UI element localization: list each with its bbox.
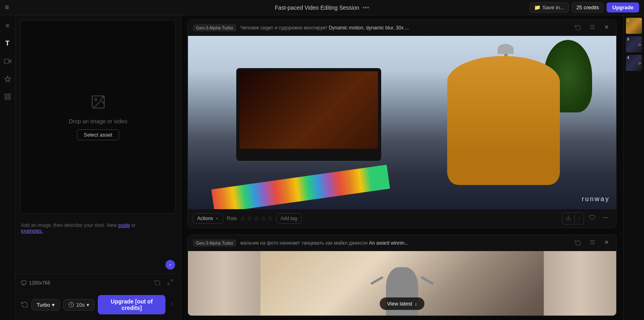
duration-label: 10s	[76, 302, 85, 308]
star-5[interactable]: ☆	[268, 215, 273, 222]
project-menu-dots[interactable]: •••	[363, 4, 369, 11]
svg-rect-1	[5, 94, 7, 96]
video-preview-1: runway	[188, 36, 616, 209]
star-3[interactable]: ☆	[254, 215, 259, 222]
svg-rect-3	[5, 98, 7, 100]
upgrade-button[interactable]: Upgrade	[607, 2, 639, 12]
download-group-1	[562, 212, 584, 224]
star-4[interactable]: ☆	[261, 215, 266, 222]
svg-point-24	[604, 217, 604, 218]
left-panel: Drop an image or video Select asset Add …	[15, 15, 181, 320]
star-1[interactable]: ☆	[240, 215, 246, 222]
regenerate-button-1[interactable]	[573, 23, 583, 33]
prompt-hint-text: Add an image, then describe your shot. V…	[21, 222, 175, 234]
resolution-value: 1280x768	[29, 280, 50, 286]
list-options-button-2[interactable]	[587, 238, 598, 248]
guide-link[interactable]: guide	[118, 222, 130, 228]
runway-watermark: runway	[582, 195, 610, 203]
examples-link[interactable]: examples.	[21, 228, 43, 234]
duration-chevron-icon: ▾	[87, 302, 89, 308]
resolution-button[interactable]: 1280x768	[21, 280, 149, 286]
svg-rect-0	[4, 59, 8, 64]
undo-button[interactable]	[21, 300, 28, 310]
svg-line-13	[171, 280, 173, 282]
download-options-button-1[interactable]	[574, 214, 584, 223]
video-card-2-header: Gen-3 Alpha Turbo мальчик на фото начина…	[188, 235, 616, 251]
more-options-button-1[interactable]	[600, 213, 611, 224]
svg-point-6	[95, 98, 97, 100]
bottom-controls: 1280x768	[15, 274, 181, 292]
select-asset-button[interactable]: Select asset	[77, 129, 119, 140]
resize-arrows-button[interactable]	[165, 277, 175, 289]
drop-zone-text: Drop an image or video	[69, 118, 128, 125]
filmstrip-item-1[interactable]: 1	[626, 18, 642, 34]
duration-button[interactable]: 10s ▾	[63, 299, 95, 311]
monitor-decoration	[236, 68, 381, 161]
download-button-1[interactable]	[562, 213, 574, 224]
svg-rect-4	[8, 98, 10, 100]
filmstrip-item-3[interactable]: 3 ▷	[626, 55, 642, 71]
credits-button[interactable]: 25 credits	[572, 2, 603, 12]
topbar-center: Fast-paced Video Editing Session •••	[275, 4, 369, 11]
list-options-button-1[interactable]	[587, 23, 598, 33]
cursor-indicator-3: ▷	[639, 61, 641, 65]
favorite-button-1[interactable]	[586, 213, 598, 224]
sidebar-layers-icon[interactable]	[2, 91, 13, 102]
sidebar-text-icon[interactable]: T	[2, 38, 13, 49]
svg-rect-2	[8, 94, 10, 96]
filmstrip-number-3: 3	[627, 56, 629, 60]
sidebar-menu-icon[interactable]: ≡	[2, 20, 13, 31]
footer-right-1	[562, 212, 611, 224]
turbo-label: Turbo	[37, 302, 50, 308]
turbo-button[interactable]: Turbo ▾	[31, 299, 60, 311]
close-button-2[interactable]	[602, 239, 611, 247]
actions-button-1[interactable]: Actions	[193, 213, 223, 224]
video-card-2: Gen-3 Alpha Turbo мальчик на фото начина…	[188, 235, 617, 316]
generate-row: Turbo ▾ 10s ▾ Upgrade [out of credits]	[15, 292, 181, 320]
view-latest-arrow-icon: ↓	[415, 301, 417, 307]
topbar: ≡ Fast-paced Video Editing Session ••• 📁…	[0, 0, 644, 15]
svg-line-14	[168, 283, 170, 285]
sidebar-camera-icon[interactable]	[2, 56, 13, 67]
rate-label-1: Rate	[227, 216, 237, 221]
generate-button[interactable]: Upgrade [out of credits]	[98, 295, 165, 314]
sidebar-magic-icon[interactable]	[2, 73, 13, 85]
topbar-right: 📁 Save in... 25 credits Upgrade	[530, 2, 639, 12]
hamburger-menu-button[interactable]: ≡	[5, 3, 9, 12]
filmstrip-item-2[interactable]: 2 ▷	[626, 36, 642, 52]
video-card-1-header: Gen-3 Alpha Turbo Человек сидит и судоро…	[188, 20, 616, 36]
video-preview-2: View latest ↓	[188, 251, 616, 316]
save-in-button[interactable]: 📁 Save in...	[530, 2, 569, 12]
icon-sidebar: ≡ T	[0, 15, 15, 320]
image-upload-icon	[90, 94, 106, 113]
avatar-indicator[interactable]	[165, 260, 175, 270]
prompt-area: Add an image, then describe your shot. V…	[15, 218, 181, 274]
gen-badge-1: Gen-3 Alpha Turbo	[193, 24, 236, 31]
close-button-1[interactable]	[602, 23, 611, 32]
main-layout: ≡ T	[0, 15, 644, 320]
video-card-1-footer: Actions Rate ☆ ☆ ☆ ☆ ☆ Add tag	[188, 209, 616, 228]
add-tag-button-1[interactable]: Add tag	[276, 213, 301, 224]
main-content: Gen-3 Alpha Turbo Человек сидит и судоро…	[181, 15, 623, 320]
filmstrip-number-1: 1	[627, 19, 629, 23]
drop-zone[interactable]: Drop an image or video Select asset	[20, 20, 176, 214]
project-title: Fast-paced Video Editing Session	[275, 4, 359, 11]
view-latest-button[interactable]: View latest ↓	[380, 297, 424, 310]
filmstrip: 1 2 ▷ 3 ▷	[623, 15, 644, 320]
star-2[interactable]: ☆	[247, 215, 252, 222]
svg-point-22	[605, 217, 606, 218]
refresh-settings-button[interactable]	[153, 277, 162, 289]
collapse-button[interactable]	[169, 301, 175, 309]
lamp-head-decoration	[497, 44, 514, 54]
rate-area-1: Rate ☆ ☆ ☆ ☆ ☆	[227, 215, 272, 222]
regenerate-button-2[interactable]	[573, 238, 583, 248]
folder-icon: 📁	[534, 4, 541, 10]
curtain-left	[188, 251, 260, 316]
video-prompt-1: Человек сидит и судорожно монтирует Dyna…	[240, 25, 569, 31]
svg-point-23	[607, 217, 608, 218]
video-prompt-2: мальчик на фото начинает танцевать как м…	[240, 240, 569, 246]
video-card-1: Gen-3 Alpha Turbo Человек сидит и судоро…	[188, 19, 617, 228]
filmstrip-number-2: 2	[627, 37, 629, 41]
svg-line-7	[100, 96, 104, 100]
topbar-left: ≡	[5, 3, 9, 12]
